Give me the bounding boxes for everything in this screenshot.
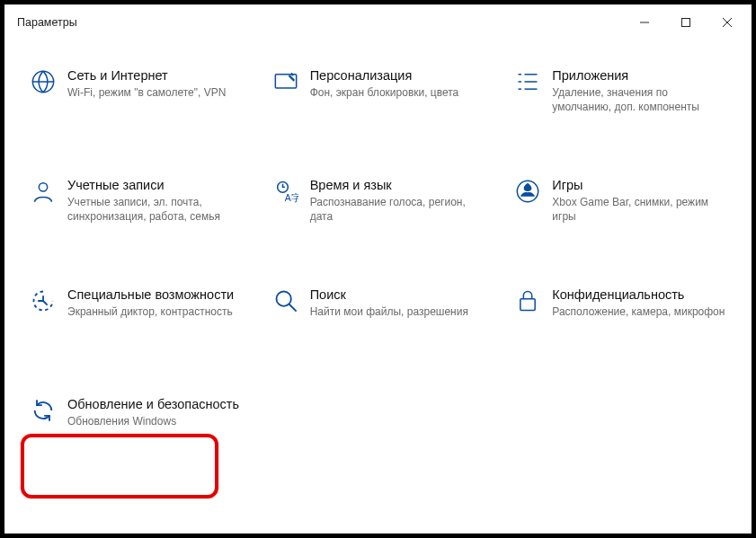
tile-desc: Расположение, камера, микрофон xyxy=(552,305,728,320)
tile-desc: Фон, экран блокировки, цвета xyxy=(310,86,486,101)
tile-accounts[interactable]: Учетные записи Учетные записи, эл. почта… xyxy=(17,172,260,231)
gaming-icon xyxy=(509,177,547,204)
titlebar: Параметры xyxy=(8,8,748,37)
tile-update-security[interactable]: Обновление и безопасность Обновления Win… xyxy=(17,391,260,450)
update-icon xyxy=(24,396,62,423)
ease-of-access-icon xyxy=(24,287,62,313)
privacy-icon xyxy=(509,287,547,313)
tile-label: Время и язык xyxy=(310,177,486,193)
svg-text:A字: A字 xyxy=(284,192,298,203)
tile-label: Игры xyxy=(552,177,728,193)
tile-privacy[interactable]: Конфиденциальность Расположение, камера,… xyxy=(502,281,744,340)
svg-rect-1 xyxy=(682,19,690,27)
settings-window: Параметры xyxy=(0,0,756,538)
tile-label: Учетные записи xyxy=(67,177,244,193)
tile-desc: Найти мои файлы, разрешения xyxy=(310,305,486,320)
tile-label: Поиск xyxy=(310,287,486,303)
search-icon xyxy=(267,287,305,313)
tile-personalization[interactable]: Персонализация Фон, экран блокировки, цв… xyxy=(260,62,503,121)
tile-desc: Xbox Game Bar, снимки, режим игры xyxy=(552,196,728,224)
tile-label: Персонализация xyxy=(310,67,486,84)
close-button[interactable] xyxy=(707,8,748,37)
svg-point-13 xyxy=(39,183,47,191)
tile-desc: Удаление, значения по умолчанию, доп. ко… xyxy=(552,86,728,114)
tile-label: Приложения xyxy=(552,67,728,84)
tile-label: Сеть и Интернет xyxy=(67,67,244,84)
tile-desc: Учетные записи, эл. почта, синхронизация… xyxy=(67,196,244,224)
svg-rect-6 xyxy=(275,75,296,88)
tile-desc: Wi-Fi, режим "в самолете", VPN xyxy=(67,86,244,101)
tile-desc: Экранный диктор, контрастность xyxy=(67,305,244,320)
minimize-button[interactable] xyxy=(624,8,665,37)
tile-gaming[interactable]: Игры Xbox Game Bar, снимки, режим игры xyxy=(502,172,744,231)
globe-icon xyxy=(24,67,62,94)
svg-rect-19 xyxy=(520,299,535,311)
tile-label: Обновление и безопасность xyxy=(67,396,244,412)
tile-desc: Обновления Windows xyxy=(67,415,244,429)
tile-apps[interactable]: Приложения Удаление, значения по умолчан… xyxy=(502,62,744,121)
window-title: Параметры xyxy=(17,16,77,29)
tile-ease-of-access[interactable]: Специальные возможности Экранный диктор,… xyxy=(17,281,260,340)
apps-icon xyxy=(509,67,547,94)
settings-grid: Сеть и Интернет Wi-Fi, режим "в самолете… xyxy=(17,62,744,450)
tile-label: Специальные возможности xyxy=(67,287,244,303)
accounts-icon xyxy=(24,177,62,204)
svg-point-17 xyxy=(276,292,290,306)
tile-desc: Распознавание голоса, регион, дата xyxy=(310,196,486,224)
tile-network[interactable]: Сеть и Интернет Wi-Fi, режим "в самолете… xyxy=(17,62,260,121)
personalization-icon xyxy=(267,67,305,94)
settings-content: Сеть и Интернет Wi-Fi, режим "в самолете… xyxy=(8,37,748,459)
tile-search[interactable]: Поиск Найти мои файлы, разрешения xyxy=(260,281,503,340)
time-language-icon: A字 xyxy=(267,177,305,204)
svg-line-18 xyxy=(289,304,296,312)
window-controls xyxy=(624,8,748,37)
maximize-button[interactable] xyxy=(665,8,707,37)
tile-time-language[interactable]: A字 Время и язык Распознавание голоса, ре… xyxy=(260,172,503,231)
tile-label: Конфиденциальность xyxy=(552,287,728,303)
